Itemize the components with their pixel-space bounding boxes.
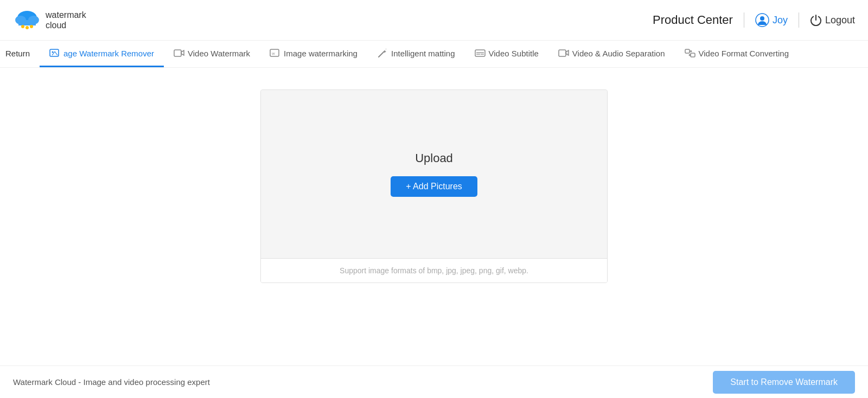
nav-label-video-watermark: Video Watermark [188, 49, 250, 58]
upload-title: Upload [415, 151, 453, 165]
magic-wand-icon [377, 48, 388, 59]
svg-point-8 [760, 16, 764, 21]
nav-item-image-watermarking[interactable]: W Image watermarking [260, 41, 367, 67]
svg-point-6 [30, 25, 33, 28]
user-name: Joy [773, 15, 788, 26]
nav-label-image-watermarking: Image watermarking [284, 49, 358, 58]
nav-item-video-watermark[interactable]: Video Watermark [164, 41, 260, 67]
logo-line2: cloud [46, 20, 86, 30]
nav-item-intelligent-matting[interactable]: Intelligent matting [367, 41, 465, 67]
subtitle-icon [475, 48, 486, 59]
svg-rect-13 [174, 50, 181, 56]
user-icon [755, 13, 769, 27]
nav-label-video-subtitle: Video Subtitle [489, 49, 539, 58]
logout-button[interactable]: Logout [810, 14, 855, 26]
svg-line-11 [55, 52, 58, 55]
nav-label-video-audio-separation: Video & Audio Separation [572, 49, 665, 58]
nav-item-video-format-converting[interactable]: Video Format Converting [675, 41, 799, 67]
header-divider2 [799, 12, 799, 28]
nav-item-image-watermark-remover[interactable]: age Watermark Remover [40, 41, 164, 67]
logo-text: watermark cloud [46, 10, 86, 30]
svg-rect-3 [18, 20, 36, 25]
logo-line1: watermark [46, 10, 86, 20]
navbar: Return age Watermark Remover Video Water… [0, 41, 868, 68]
nav-item-return[interactable]: Return [0, 41, 40, 67]
svg-rect-22 [559, 50, 566, 56]
svg-text:W: W [272, 52, 275, 55]
image-watermarking-icon: W [270, 48, 280, 59]
svg-point-4 [21, 25, 24, 28]
upload-area[interactable]: Upload + Add Pictures [261, 90, 607, 258]
svg-point-12 [52, 52, 54, 53]
header: watermark cloud Product Center Joy Logou… [0, 0, 868, 41]
svg-rect-18 [475, 50, 485, 56]
video-watermark-icon [174, 48, 184, 59]
upload-container: Upload + Add Pictures Support image form… [260, 89, 608, 283]
nav-label-video-format-converting: Video Format Converting [699, 49, 789, 58]
logo[interactable]: watermark cloud [13, 6, 86, 34]
power-icon [810, 14, 822, 26]
header-right: Product Center Joy Logout [653, 12, 855, 28]
nav-label-return: Return [5, 49, 30, 58]
upload-footer: Support image formats of bmp, jpg, jpeg,… [261, 258, 607, 283]
nav-label-image-watermark-remover: age Watermark Remover [63, 49, 154, 58]
add-pictures-button[interactable]: + Add Pictures [391, 176, 477, 197]
logout-label: Logout [825, 15, 855, 26]
nav-label-intelligent-matting: Intelligent matting [391, 49, 455, 58]
image-erase-icon [49, 48, 60, 59]
svg-rect-24 [691, 53, 695, 57]
svg-line-16 [379, 52, 384, 57]
main-content: Upload + Add Pictures Support image form… [0, 68, 868, 328]
product-center-link[interactable]: Product Center [653, 13, 733, 27]
nav-item-video-subtitle[interactable]: Video Subtitle [465, 41, 548, 67]
user-area[interactable]: Joy [755, 13, 788, 27]
support-formats-text: Support image formats of bmp, jpg, jpeg,… [340, 266, 528, 275]
svg-line-17 [386, 49, 386, 49]
convert-icon [685, 48, 695, 59]
header-divider [744, 12, 744, 28]
svg-rect-23 [685, 49, 690, 53]
logo-icon [13, 6, 41, 34]
nav-item-video-audio-separation[interactable]: Video & Audio Separation [548, 41, 675, 67]
audio-sep-icon [558, 48, 569, 59]
svg-point-5 [25, 26, 29, 29]
